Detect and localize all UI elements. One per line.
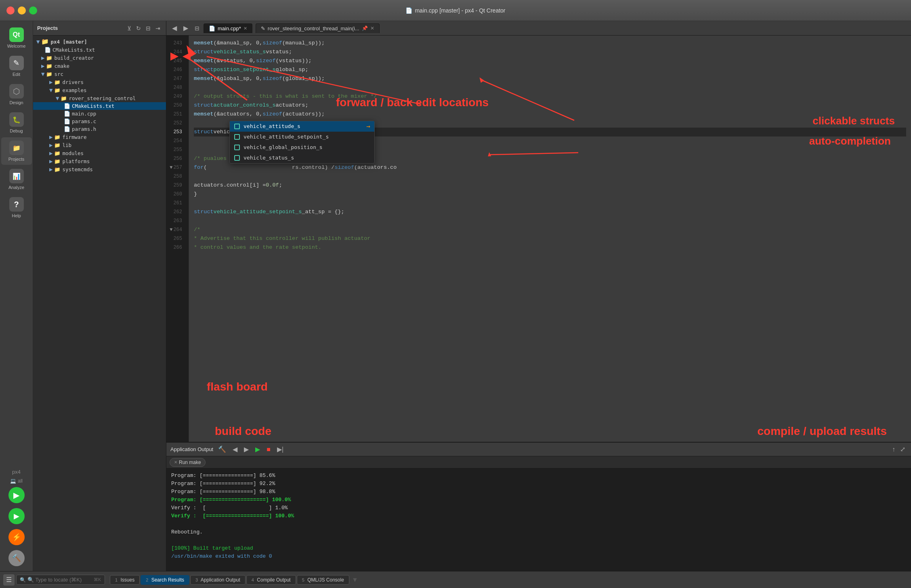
sidebar-item-help[interactable]: ? Help [1, 194, 32, 221]
struct-icon-1 [234, 123, 240, 130]
output-step-btn[interactable]: ▶| [275, 445, 285, 454]
editor-wrapper: ◀ ▶ ⊟ 📄 main.cpp* ✕ ✎ rover_steering_con… [166, 21, 911, 571]
ac-item-vehicle-attitude-setpoint-s[interactable]: vehicle_attitude_setpoint_s [230, 132, 374, 142]
minimize-button[interactable] [18, 6, 26, 15]
status-tab-num-1: 1 [115, 578, 118, 582]
subtab-close-icon[interactable]: ✕ [174, 460, 177, 464]
tree-item-rover[interactable]: ▼ 📁 rover_steering_control [33, 94, 166, 102]
sidebar-item-welcome[interactable]: Qt Welcome [1, 24, 32, 52]
code-lines[interactable]: memset(&manual_sp, 0, sizeof(manual_sp))… [189, 36, 911, 442]
output-back-btn[interactable]: ◀ [231, 445, 239, 454]
output-stop-btn[interactable]: ■ [265, 445, 272, 454]
ac-item-vehicle-attitude-s[interactable]: vehicle_attitude_s → [230, 121, 374, 132]
code-editor[interactable]: 243 244 245 246 247 248 249 250 251 252 … [166, 36, 911, 442]
sidebar-icons: Qt Welcome ✎ Edit ⬡ Design 🐛 Debug 📁 Pro… [0, 21, 33, 571]
tree-item-lib[interactable]: ▶ 📁 lib [33, 141, 166, 149]
output-content: Program: [================] 85.6% Progra… [166, 468, 911, 571]
sidebar-item-debug[interactable]: 🐛 Debug [1, 109, 32, 136]
tab-rover-thread[interactable]: ✎ rover_steering_control_thread_main(i..… [256, 23, 380, 33]
ac-label-1: vehicle_attitude_s [243, 122, 300, 131]
tree-item-firmware[interactable]: ▶ 📁 firmware [33, 133, 166, 141]
collapse-button[interactable]: ⊟ [144, 24, 152, 32]
tree-label-firmware: firmware [62, 134, 86, 140]
sidebar-item-design[interactable]: ⬡ Design [1, 81, 32, 108]
tree-item-cmakelists-root[interactable]: 📄 CMakeLists.txt [33, 46, 166, 54]
hammer-button[interactable]: 🔨 [8, 550, 25, 566]
sidebar-label-analyze: Analyze [8, 185, 24, 190]
output-play-btn[interactable]: ▶ [254, 445, 262, 454]
tree-item-maincpp[interactable]: 📄 main.cpp [33, 110, 166, 118]
status-tab-app-output[interactable]: 3 Application Output [190, 575, 246, 585]
tree-item-src[interactable]: ▼ 📁 src [33, 70, 166, 78]
window-controls[interactable] [6, 6, 37, 15]
tree-item-paramsc[interactable]: 📄 params.c [33, 118, 166, 125]
output-subtabs: ✕ Run make [166, 456, 911, 468]
sidebar-item-edit[interactable]: ✎ Edit [1, 52, 32, 80]
tab-close-maincpp[interactable]: ✕ [243, 26, 247, 31]
qt-icon: Qt [9, 27, 24, 42]
build-run-button[interactable]: ▶ [8, 487, 25, 503]
status-search-bar[interactable]: 🔍 ⌘K [16, 575, 105, 585]
status-tabs: 1 Issues 2 Search Results 3 Application … [110, 575, 360, 585]
sidebar-item-analyze[interactable]: 📊 Analyze [1, 166, 32, 193]
edit-icon: ✎ [9, 56, 24, 70]
output-line-4: Program: [====================] 100.0% [171, 496, 906, 504]
output-forward-btn[interactable]: ▶ [242, 445, 250, 454]
maximize-button[interactable] [29, 6, 37, 15]
tree-item-build-creator[interactable]: ▶ 📁 build_creator [33, 54, 166, 62]
code-line-266: * control values and the rate setpoint. [194, 243, 906, 252]
ac-label-2: vehicle_attitude_setpoint_s [243, 132, 329, 141]
tree-item-modules[interactable]: ▶ 📁 modules [33, 149, 166, 157]
ac-arrow-1: → [366, 122, 370, 131]
status-tab-label-compile: Compile Output [257, 577, 290, 583]
status-tab-qmljs[interactable]: 5 QML/JS Console [297, 575, 349, 585]
status-tab-compile-output[interactable]: 4 Compile Output [246, 575, 296, 585]
tab-pin-rover[interactable]: 📌 [362, 25, 368, 31]
window-title: 📄 main.cpp [master] - px4 - Qt Creator [405, 7, 505, 14]
tree-item-drivers[interactable]: ▶ 📁 drivers [33, 78, 166, 86]
code-line-265: * Advertise that this controller will pu… [194, 234, 906, 243]
ln-265: 265 [166, 234, 185, 243]
output-build-icon[interactable]: 🔨 [216, 445, 228, 454]
ln-257: ▼257 [166, 163, 185, 172]
ac-item-vehicle-global-position-s[interactable]: vehicle_global_position_s [230, 142, 374, 153]
nav-back-button[interactable]: ◀ [170, 23, 179, 33]
run-button[interactable]: ▶ [8, 508, 25, 524]
output-panel: Application Output 🔨 ◀ ▶ ▶ ■ ▶| ↑ ⤢ ✕ Ru [166, 442, 911, 571]
search-input[interactable] [27, 577, 92, 583]
close-button[interactable] [6, 6, 15, 15]
folder-collapse-icon-build: ▶ [41, 55, 44, 61]
tab-close-rover[interactable]: ✕ [370, 25, 374, 31]
output-popout-btn[interactable]: ⤢ [898, 445, 907, 454]
tree-label-cmakelists-rover: CMakeLists.txt [72, 103, 114, 109]
output-subtab-runmake[interactable]: ✕ Run make [170, 458, 206, 467]
ln-251: 251 [166, 110, 185, 119]
expand-panel-button[interactable]: ⇥ [154, 24, 162, 32]
tree-item-cmake[interactable]: ▶ 📁 cmake [33, 62, 166, 70]
folder-icon-build: 📁 [46, 55, 52, 61]
status-tab-issues[interactable]: 1 Issues [110, 575, 140, 585]
status-arrow-button[interactable]: ▼ [350, 575, 360, 584]
sidebar-toggle-button[interactable]: ☰ [3, 574, 15, 586]
sidebar-item-projects[interactable]: 📁 Projects [1, 137, 32, 165]
folder-icon-src: 📁 [46, 71, 52, 77]
tree-item-systemcmds[interactable]: ▶ 📁 systemcmds [33, 165, 166, 173]
output-line-6: Verify : [====================] 100.0% [171, 512, 906, 520]
tab-maincpp[interactable]: 📄 main.cpp* ✕ [204, 23, 252, 33]
ln-262: 262 [166, 208, 185, 216]
nav-forward-button[interactable]: ▶ [181, 23, 191, 33]
ac-item-vehicle-status-s[interactable]: vehicle_status_s [230, 153, 374, 163]
split-button[interactable]: ⊟ [192, 24, 202, 32]
sync-button[interactable]: ↻ [134, 24, 143, 32]
tree-item-platforms[interactable]: ▶ 📁 platforms [33, 157, 166, 165]
flash-button[interactable]: ⚡ [8, 529, 25, 545]
output-collapse-btn[interactable]: ↑ [890, 445, 897, 454]
tree-item-px4[interactable]: ▼ 📁 px4 [master] [33, 37, 166, 46]
tree-item-cmakelists-rover[interactable]: 📄 CMakeLists.txt [33, 102, 166, 110]
tree-item-paramsh[interactable]: 📄 params.h [33, 125, 166, 133]
folder-expand-icon-rover: ▼ [56, 95, 59, 101]
filter-button[interactable]: ⊻ [126, 24, 133, 32]
tree-item-examples[interactable]: ▼ 📁 examples [33, 86, 166, 94]
status-tab-search-results[interactable]: 2 Search Results [141, 575, 189, 585]
code-line-258 [194, 172, 906, 181]
